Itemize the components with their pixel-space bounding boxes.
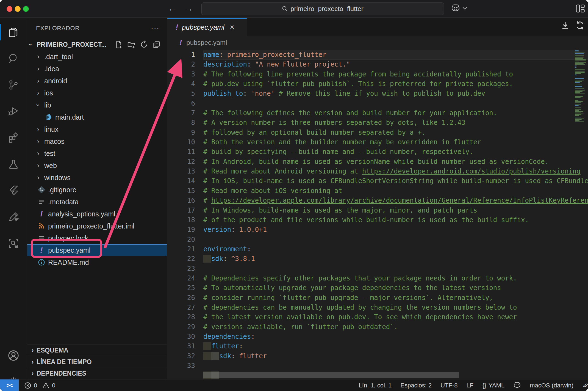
window-close-button[interactable] [7, 6, 12, 12]
activity-item-explorer[interactable] [0, 22, 27, 43]
status-item-checks[interactable]: ✓✓ [582, 382, 584, 389]
activity-item-search[interactable] [0, 48, 27, 69]
status-item-copilot[interactable] [513, 382, 521, 389]
code-line-2[interactable]: 2description: "A new Flutter project." [167, 60, 588, 69]
tree-item-main-dart[interactable]: main.dart [27, 111, 167, 123]
section-l-nea-de-tiempo[interactable]: ›LÍNEA DE TIEMPO [27, 356, 167, 368]
code-line-3[interactable]: 3# The following line prevents the packa… [167, 70, 588, 79]
code-line-9[interactable]: 9# followed by an optional build number … [167, 128, 588, 137]
code-line-13[interactable]: 13# Read more about Android versioning a… [167, 167, 588, 176]
code-line-10[interactable]: 10# Both the version and the builder num… [167, 137, 588, 147]
activity-item-flutter-property-editor[interactable] [0, 206, 27, 227]
code-line-25[interactable]: 25# To automatically upgrade your packag… [167, 283, 588, 293]
new-folder-icon[interactable] [127, 40, 135, 49]
code-line-6[interactable]: 6 [167, 99, 588, 108]
tree-item--metadata[interactable]: .metadata [27, 196, 167, 208]
status-item-macos-darwin-[interactable]: macOS (darwin) [530, 382, 573, 389]
tab-close-icon[interactable]: × [230, 23, 234, 32]
code-line-8[interactable]: 8# A version number is three numbers sep… [167, 118, 588, 128]
tree-item-primeiro-proxecto-flutter-iml[interactable]: primeiro_proxecto_flutter.iml [27, 220, 167, 232]
breadcrumb[interactable]: ! pubspec.yaml [167, 36, 588, 49]
code-line-24[interactable]: 24# Dependencies specify other packages … [167, 274, 588, 283]
code-line-30[interactable]: 30dependencies: [167, 332, 588, 342]
code-line-4[interactable]: 4# pub.dev using `flutter pub publish`. … [167, 79, 588, 89]
tree-item-pubspec-lock[interactable]: pubspec.lock [27, 232, 167, 244]
activity-item-widget-inspector[interactable] [0, 233, 27, 254]
tab-pubspec-yaml[interactable]: ! pubspec.yaml × [167, 18, 247, 36]
code-line-26[interactable]: 26# consider running `flutter pub upgrad… [167, 293, 588, 303]
upgrade-packages-icon[interactable] [575, 21, 585, 30]
code-line-19[interactable]: 19version: 1.0.0+1 [167, 225, 588, 235]
tree-item-linux[interactable]: ›linux [27, 123, 167, 135]
minimap[interactable] [575, 50, 587, 124]
command-center-search[interactable]: primeiro_proxecto_flutter [201, 2, 444, 15]
window-minimize-button[interactable] [15, 6, 21, 12]
copilot-icon[interactable] [451, 4, 460, 13]
code-line-16[interactable]: 16# https://developer.apple.com/library/… [167, 196, 588, 205]
code-line-31[interactable]: 31 flutter: [167, 342, 588, 351]
code-line-17[interactable]: 17# In Windows, build-name is used as th… [167, 206, 588, 215]
code-line-21[interactable]: 21environment: [167, 244, 588, 254]
code-line-5[interactable]: 5publish_to: 'none' # Remove this line i… [167, 89, 588, 98]
tree-item-ios[interactable]: ›ios [27, 87, 167, 99]
activity-item-flutter[interactable] [0, 180, 27, 201]
code-line-33[interactable]: 33 [167, 361, 588, 371]
tree-item--idea[interactable]: ›.idea [27, 63, 167, 75]
horizontal-scrollbar[interactable] [203, 372, 459, 378]
tree-item-analysis-options-yaml[interactable]: !analysis_options.yaml [27, 208, 167, 220]
code-line-32[interactable]: 32 sdk: flutter [167, 351, 588, 361]
code-line-14[interactable]: 14# In iOS, build-name is used as CFBund… [167, 176, 588, 186]
code-area[interactable]: 1name: primeiro_proxecto_flutter2descrip… [167, 50, 588, 379]
nav-back-button[interactable]: ← [167, 4, 178, 13]
code-line-18[interactable]: 18# of the product and file versions whi… [167, 215, 588, 225]
code-line-1[interactable]: 1name: primeiro_proxecto_flutter [167, 50, 588, 60]
tree-item-test[interactable]: ›test [27, 147, 167, 159]
window-zoom-button[interactable] [23, 6, 29, 12]
code-line-29[interactable]: 29# versions available, run `flutter pub… [167, 322, 588, 332]
remote-indicator[interactable]: >< [0, 379, 19, 391]
tree-item-pubspec-yaml[interactable]: !pubspec.yaml [27, 244, 167, 256]
tree-item-android[interactable]: ›android [27, 75, 167, 87]
activity-item-run-debug[interactable] [0, 101, 27, 122]
code-line-23[interactable]: 23 [167, 264, 588, 274]
code-line-27[interactable]: 27# dependencies can be manually updated… [167, 303, 588, 312]
tree-item--gitignore[interactable]: .gitignore [27, 184, 167, 196]
code-line-7[interactable]: 7# The following defines the version and… [167, 108, 588, 118]
code-line-12[interactable]: 12# In Android, build-name is used as ve… [167, 157, 588, 167]
copilot-dropdown-chevron-icon[interactable] [462, 7, 467, 10]
section-dependencies[interactable]: ›DEPENDENCIES [27, 368, 167, 379]
get-packages-icon[interactable] [561, 21, 570, 30]
status-item-lf[interactable]: LF [467, 382, 474, 389]
status-item-l-n-1-col-1[interactable]: Lín. 1, col. 1 [359, 382, 392, 389]
status-item-yaml[interactable]: {}YAML [482, 382, 504, 389]
tree-item-macos[interactable]: ›macos [27, 135, 167, 147]
refresh-icon[interactable] [140, 40, 148, 49]
tree-item-web[interactable]: ›web [27, 159, 167, 172]
code-line-15[interactable]: 15# Read more about iOS versioning at [167, 186, 588, 196]
activity-item-source-control[interactable] [0, 75, 27, 95]
activity-item-account[interactable] [0, 345, 27, 366]
tree-item-lib[interactable]: ›lib [27, 99, 167, 111]
problems-status[interactable]: 0 0 [24, 379, 56, 391]
tree-item-windows[interactable]: ›windows [27, 172, 167, 184]
status-item-espacios-2[interactable]: Espacios: 2 [400, 382, 432, 389]
nav-forward-button[interactable]: → [184, 4, 195, 13]
activity-item-testing[interactable] [0, 154, 27, 175]
tree-item-readme-md[interactable]: README.md [27, 256, 167, 268]
code-line-20[interactable]: 20 [167, 235, 588, 244]
code-line-28[interactable]: 28# the latest version available on pub.… [167, 312, 588, 322]
section-esquema[interactable]: ›ESQUEMA [27, 345, 167, 356]
status-item-utf-8[interactable]: UTF-8 [440, 382, 457, 389]
breadcrumb-item[interactable]: pubspec.yaml [186, 39, 227, 46]
code-line-22[interactable]: 22 sdk: ^3.8.1 [167, 254, 588, 264]
activity-item-extensions[interactable] [0, 127, 27, 148]
yaml-file-icon: ! [179, 38, 182, 47]
new-file-icon[interactable] [115, 40, 123, 49]
sidebar-more-actions-icon[interactable]: ··· [151, 24, 160, 32]
project-root-row[interactable]: › PRIMEIRO_PROXECT... [27, 38, 167, 51]
tree-item--dart-tool[interactable]: ›.dart_tool [27, 51, 167, 63]
code-line-11[interactable]: 11# build by specifying --build-name and… [167, 147, 588, 157]
minimap-line [575, 70, 584, 70]
collapse-folders-icon[interactable] [152, 40, 161, 49]
customize-layout-icon[interactable] [576, 4, 585, 13]
